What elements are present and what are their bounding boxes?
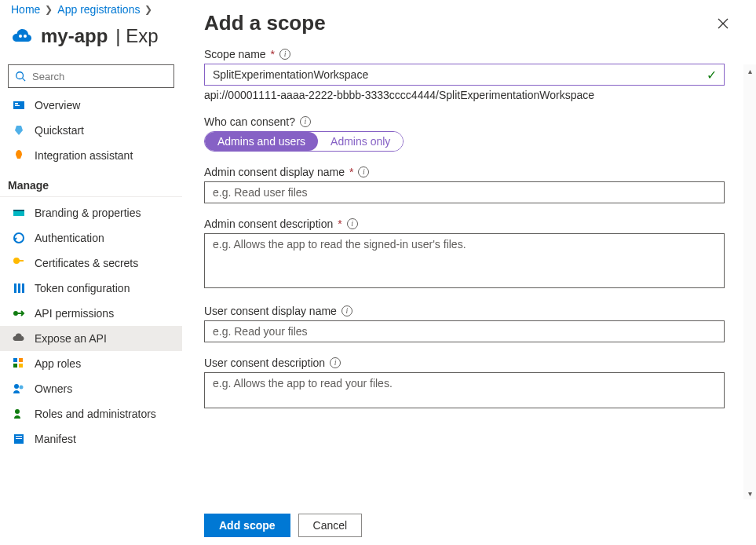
svg-rect-17 [19, 358, 23, 362]
sidebar-item-api-permissions[interactable]: API permissions [0, 301, 182, 326]
admin-desc-group: Admin consent description * i [204, 218, 725, 291]
svg-rect-25 [16, 438, 22, 439]
admin-display-label: Admin consent display name [204, 166, 345, 178]
expose-api-icon [13, 332, 25, 345]
svg-rect-5 [15, 103, 18, 104]
sidebar-item-label: Certificates & secrets [35, 257, 138, 269]
page-title-row: my-app | Exp [0, 19, 182, 58]
svg-point-15 [13, 311, 18, 316]
sidebar-item-certificates[interactable]: Certificates & secrets [0, 251, 182, 276]
admin-display-group: Admin consent display name * i [204, 166, 725, 203]
svg-rect-8 [13, 210, 24, 211]
panel-title: Add a scope [204, 11, 326, 35]
sidebar-item-label: API permissions [35, 307, 114, 320]
consent-option-both[interactable]: Admins and users [205, 132, 318, 151]
permissions-icon [13, 307, 25, 320]
sidebar-item-app-roles[interactable]: App roles [0, 351, 182, 376]
scrollbar[interactable]: ▴ ▾ [743, 64, 756, 499]
sidebar-item-roles-admins[interactable]: Roles and administrators [0, 401, 182, 426]
add-scope-button[interactable]: Add scope [204, 514, 290, 537]
sidebar-item-expose-api[interactable]: Expose an API [0, 326, 182, 351]
svg-line-3 [23, 79, 26, 82]
scope-name-label: Scope name [204, 48, 266, 60]
svg-point-0 [19, 35, 22, 38]
svg-point-1 [24, 35, 27, 38]
app-roles-icon [13, 357, 25, 370]
token-icon [13, 282, 25, 294]
svg-rect-18 [13, 364, 17, 368]
user-desc-label: User consent description [204, 357, 325, 369]
sidebar-section-manage: Manage [0, 168, 182, 197]
scope-name-input[interactable] [204, 64, 725, 86]
manifest-icon [13, 433, 25, 445]
info-icon[interactable]: i [358, 166, 369, 177]
search-icon [15, 71, 26, 82]
required-asterisk: * [349, 166, 353, 178]
sidebar-item-label: Authentication [35, 232, 104, 244]
required-asterisk: * [338, 218, 341, 230]
page-title-section: | Exp [115, 25, 158, 47]
sidebar-item-label: Roles and administrators [35, 408, 156, 420]
info-icon[interactable]: i [347, 218, 358, 229]
info-icon[interactable]: i [330, 357, 341, 368]
auth-icon [13, 232, 25, 244]
admin-display-input[interactable] [204, 181, 725, 203]
breadcrumb: Home ❯ App registrations ❯ [0, 0, 182, 19]
breadcrumb-home[interactable]: Home [11, 3, 40, 16]
admin-desc-label: Admin consent description [204, 218, 333, 230]
app-cloud-icon [11, 27, 33, 45]
svg-point-21 [20, 386, 24, 390]
consent-option-admins[interactable]: Admins only [318, 132, 403, 151]
sidebar-search[interactable] [8, 64, 174, 88]
scroll-down-icon[interactable]: ▾ [743, 487, 756, 499]
info-icon[interactable]: i [279, 49, 290, 60]
add-scope-panel: Add a scope Scope name * i ✓ api://00001… [182, 0, 756, 545]
sidebar-item-label: Expose an API [35, 332, 107, 345]
panel-footer: Add scope Cancel [182, 506, 756, 545]
breadcrumb-appreg[interactable]: App registrations [57, 3, 140, 16]
info-icon[interactable]: i [341, 305, 352, 316]
page-title-app: my-app [41, 25, 108, 47]
close-button[interactable] [712, 13, 734, 35]
user-display-input[interactable] [204, 320, 725, 342]
chevron-right-icon: ❯ [144, 4, 152, 15]
admin-desc-input[interactable] [204, 233, 725, 288]
branding-icon [13, 207, 25, 219]
sidebar-item-quickstart[interactable]: Quickstart [0, 118, 182, 143]
svg-point-10 [13, 258, 20, 264]
sidebar-item-label: App roles [35, 357, 81, 370]
user-desc-input[interactable] [204, 372, 725, 408]
info-icon[interactable]: i [300, 116, 311, 127]
svg-rect-11 [19, 260, 24, 262]
sidebar-item-label: Owners [35, 382, 72, 395]
cancel-button[interactable]: Cancel [298, 514, 363, 537]
sidebar-item-token[interactable]: Token configuration [0, 276, 182, 301]
sidebar-item-label: Branding & properties [35, 207, 141, 219]
sidebar-item-label: Token configuration [35, 282, 130, 294]
svg-point-2 [16, 72, 24, 79]
check-icon: ✓ [707, 68, 717, 82]
sidebar-item-label: Integration assistant [35, 149, 133, 162]
consent-toggle: Admins and users Admins only [204, 131, 404, 152]
user-display-label: User consent display name [204, 305, 337, 317]
close-icon [717, 17, 729, 30]
user-display-group: User consent display name i [204, 305, 725, 342]
scroll-up-icon[interactable]: ▴ [743, 64, 756, 77]
sidebar-item-integration[interactable]: Integration assistant [0, 143, 182, 168]
sidebar-item-authentication[interactable]: Authentication [0, 225, 182, 251]
scope-uri-preview: api://00001111-aaaa-2222-bbbb-3333cccc44… [204, 89, 725, 101]
svg-rect-16 [13, 358, 17, 362]
chevron-right-icon: ❯ [45, 4, 53, 15]
sidebar-item-overview[interactable]: Overview [0, 93, 182, 118]
svg-rect-14 [22, 283, 24, 293]
svg-point-22 [15, 409, 20, 414]
sidebar-item-manifest[interactable]: Manifest [0, 426, 182, 452]
sidebar-item-branding[interactable]: Branding & properties [0, 200, 182, 225]
owners-icon [13, 382, 25, 395]
svg-rect-6 [15, 105, 20, 106]
svg-rect-13 [18, 283, 20, 293]
key-icon [13, 257, 25, 269]
search-input[interactable] [32, 71, 167, 82]
sidebar-item-owners[interactable]: Owners [0, 376, 182, 401]
overview-icon [13, 99, 25, 112]
